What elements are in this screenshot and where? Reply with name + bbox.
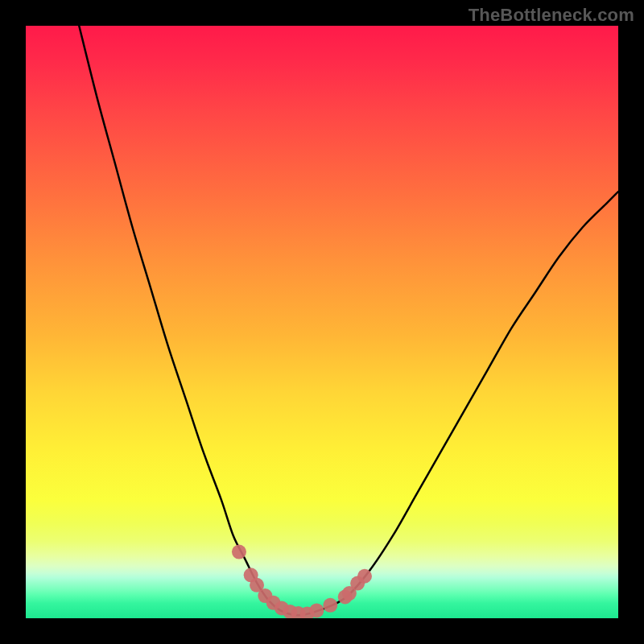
attribution-text: TheBottleneck.com — [469, 5, 634, 26]
marker-dot — [232, 545, 246, 559]
plot-area — [26, 26, 618, 618]
marker-dot — [323, 598, 337, 613]
chart-frame: TheBottleneck.com — [0, 0, 644, 644]
marker-dot — [309, 603, 324, 617]
curve-markers — [26, 26, 618, 618]
marker-dot — [357, 569, 372, 584]
